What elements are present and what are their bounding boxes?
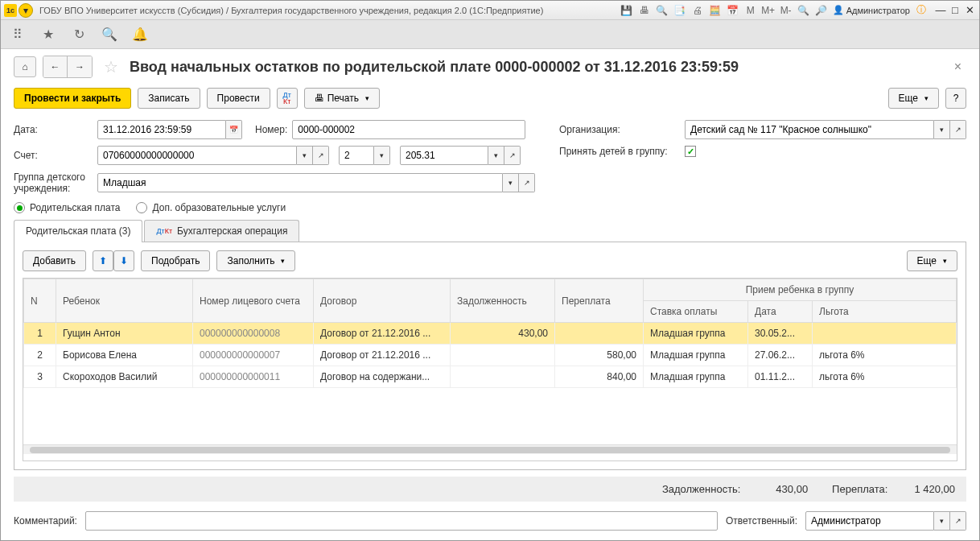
favorite-star-icon[interactable]: ☆ bbox=[104, 57, 118, 76]
account-input[interactable] bbox=[97, 146, 297, 165]
maximize-button[interactable]: □ bbox=[949, 4, 961, 17]
minimize-button[interactable]: — bbox=[934, 4, 947, 17]
add-button[interactable]: Добавить bbox=[23, 250, 86, 271]
group-label: Группа детского учреждения: bbox=[14, 171, 93, 194]
radio-parent-fee[interactable]: Родительская плата bbox=[14, 202, 120, 213]
forward-button[interactable]: → bbox=[68, 56, 92, 77]
cell-debt: 430,00 bbox=[451, 323, 555, 345]
org-dropdown-icon[interactable]: ▾ bbox=[934, 120, 950, 139]
cell-contract: Договор от 21.12.2016 ... bbox=[314, 323, 451, 345]
print-button[interactable]: 🖶 Печать bbox=[304, 88, 380, 109]
col-rate[interactable]: Ставка оплаты bbox=[644, 301, 748, 323]
col-admission[interactable]: Прием ребенка в группу bbox=[644, 279, 957, 301]
calendar-picker-icon[interactable]: 📅 bbox=[226, 120, 242, 139]
compare-icon[interactable]: 📑 bbox=[673, 4, 686, 17]
comment-input[interactable] bbox=[85, 511, 718, 531]
m-minus-icon[interactable]: M- bbox=[780, 4, 793, 17]
col-account[interactable]: Номер лицевого счета bbox=[193, 279, 314, 323]
titlebar-tools: 💾 🖶 🔍 📑 🖨 🧮 📅 M M+ M- 🔍 🔎 👤 Администрато… bbox=[620, 4, 928, 17]
dtkt-button[interactable]: ДтКт bbox=[277, 88, 298, 109]
pick-button[interactable]: Подобрать bbox=[141, 250, 210, 271]
cell-benefit bbox=[813, 323, 957, 345]
col-debt[interactable]: Задолженность bbox=[451, 279, 555, 323]
responsible-input[interactable] bbox=[805, 511, 934, 531]
close-button[interactable]: ✕ bbox=[963, 4, 976, 17]
cell-benefit: льгота 6% bbox=[813, 345, 957, 366]
date-input[interactable] bbox=[97, 120, 226, 139]
col-n[interactable]: N bbox=[24, 279, 56, 323]
table-row[interactable]: 1Гущин Антон000000000000008Договор от 21… bbox=[24, 323, 957, 345]
table-more-button[interactable]: Еще bbox=[907, 250, 957, 271]
col-benefit[interactable]: Льгота bbox=[813, 301, 957, 323]
favorites-icon[interactable]: ★ bbox=[41, 27, 56, 42]
cell-child: Борисова Елена bbox=[56, 345, 193, 366]
save-icon[interactable]: 💾 bbox=[620, 4, 633, 17]
horizontal-scrollbar[interactable] bbox=[23, 444, 957, 454]
fill-button[interactable]: Заполнить bbox=[216, 250, 295, 271]
titlebar: 1c ▾ ГОБУ ВПО Университет искусств (Субс… bbox=[1, 1, 979, 20]
account-open-icon[interactable]: ↗ bbox=[313, 146, 329, 165]
account-part3-open-icon[interactable]: ↗ bbox=[504, 146, 521, 165]
post-and-close-button[interactable]: Провести и закрыть bbox=[14, 88, 131, 109]
accept-label: Принять детей в группу: bbox=[559, 146, 680, 157]
cell-account: 000000000000008 bbox=[193, 323, 314, 345]
account-part2-dropdown-icon[interactable]: ▾ bbox=[374, 146, 390, 165]
group-dropdown-icon[interactable]: ▾ bbox=[503, 173, 519, 192]
print2-icon[interactable]: 🖨 bbox=[691, 4, 704, 17]
move-up-button[interactable]: ⬆ bbox=[93, 250, 113, 271]
account-dropdown-icon[interactable]: ▾ bbox=[297, 146, 313, 165]
responsible-open-icon[interactable]: ↗ bbox=[950, 511, 966, 531]
m-icon[interactable]: M bbox=[744, 4, 757, 17]
more-button[interactable]: Еще bbox=[888, 88, 939, 109]
col-overpay[interactable]: Переплата bbox=[555, 279, 644, 323]
group-open-icon[interactable]: ↗ bbox=[519, 173, 535, 192]
cell-rate: Младшая группа bbox=[644, 366, 748, 388]
write-button[interactable]: Записать bbox=[138, 88, 200, 109]
search-icon[interactable]: 🔍 bbox=[102, 27, 117, 42]
accept-checkbox[interactable]: ✓ bbox=[685, 146, 696, 157]
account-part3-dropdown-icon[interactable]: ▾ bbox=[488, 146, 504, 165]
app-menu-dropdown[interactable]: ▾ bbox=[19, 3, 33, 18]
responsible-dropdown-icon[interactable]: ▾ bbox=[934, 511, 950, 531]
zoom-in-icon[interactable]: 🔍 bbox=[797, 4, 810, 17]
close-page-button[interactable]: × bbox=[949, 60, 966, 74]
info-icon[interactable]: ⓘ bbox=[915, 4, 928, 17]
radio-edu-services[interactable]: Доп. образовательные услуги bbox=[136, 202, 286, 213]
group-input[interactable] bbox=[97, 173, 503, 192]
calendar-icon[interactable]: 📅 bbox=[727, 4, 739, 17]
notifications-icon[interactable]: 🔔 bbox=[133, 27, 147, 42]
number-input[interactable] bbox=[292, 120, 525, 139]
table-row[interactable]: 3Скороходов Василий000000000000011Догово… bbox=[24, 366, 957, 388]
cell-account: 000000000000007 bbox=[193, 345, 314, 366]
calc-icon[interactable]: 🧮 bbox=[709, 4, 722, 17]
col-child[interactable]: Ребенок bbox=[56, 279, 193, 323]
cell-date: 30.05.2... bbox=[748, 323, 813, 345]
move-down-button[interactable]: ⬇ bbox=[113, 250, 134, 271]
table-row[interactable]: 2Борисова Елена000000000000007Договор от… bbox=[24, 345, 957, 366]
tab-parent-fee[interactable]: Родительская плата (3) bbox=[14, 220, 142, 242]
home-button[interactable]: ⌂ bbox=[14, 56, 36, 77]
cell-account: 000000000000011 bbox=[193, 366, 314, 388]
org-input[interactable] bbox=[685, 120, 934, 139]
preview-icon[interactable]: 🔍 bbox=[656, 4, 669, 17]
totals-debt-value: 430,00 bbox=[743, 483, 808, 495]
post-button[interactable]: Провести bbox=[207, 88, 270, 109]
page-header: ⌂ ← → ☆ Ввод начальных остатков по родит… bbox=[14, 56, 966, 78]
col-date[interactable]: Дата bbox=[748, 301, 813, 323]
account-part3-input[interactable] bbox=[400, 146, 488, 165]
m-plus-icon[interactable]: M+ bbox=[762, 4, 775, 17]
help-button[interactable]: ? bbox=[945, 88, 966, 109]
user-badge[interactable]: 👤 Администратор bbox=[833, 5, 910, 15]
printer-icon: 🖶 bbox=[315, 93, 324, 104]
col-contract[interactable]: Договор bbox=[314, 279, 451, 323]
history-icon[interactable]: ↻ bbox=[72, 27, 86, 42]
org-open-icon[interactable]: ↗ bbox=[950, 120, 966, 139]
sections-icon[interactable]: ⠿ bbox=[10, 27, 25, 42]
back-button[interactable]: ← bbox=[43, 56, 68, 77]
tab-accounting[interactable]: ДтКт Бухгалтерская операция bbox=[144, 220, 299, 242]
totals-debt-label: Задолженность: bbox=[662, 483, 741, 495]
zoom-out-icon[interactable]: 🔎 bbox=[815, 4, 828, 17]
cell-debt bbox=[451, 345, 555, 366]
account-part2-input[interactable] bbox=[339, 146, 374, 165]
print-icon[interactable]: 🖶 bbox=[638, 4, 651, 17]
